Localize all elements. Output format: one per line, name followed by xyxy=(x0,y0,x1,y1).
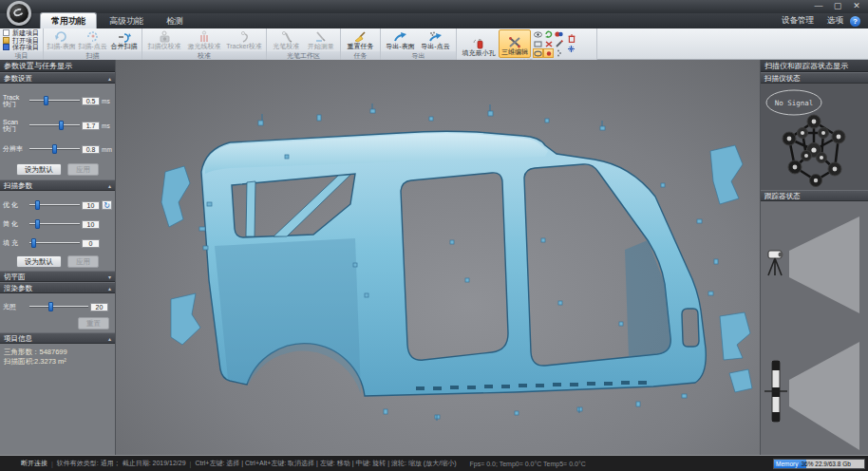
new-project-icon xyxy=(3,29,9,36)
section-header-param-settings[interactable]: 参数设置 ▴ xyxy=(0,72,115,84)
pencil-icon[interactable] xyxy=(554,39,564,48)
collapse-arrow-icon: ▴ xyxy=(108,73,111,85)
simplify-row: 简 化 10 xyxy=(0,215,115,234)
tab-inspection[interactable]: 检测 xyxy=(156,13,194,28)
export-pointcloud-button[interactable]: 导出-点云 xyxy=(418,29,453,51)
ribbon: 新建项目 打开项目 保存项目 项目 扫描-表面 xyxy=(0,28,868,60)
more-options-icon[interactable] xyxy=(554,48,564,58)
collapse-arrow-icon: ▴ xyxy=(108,333,111,345)
reset-task-button[interactable]: 重置任务 xyxy=(343,29,378,51)
maximize-button[interactable]: ▢ xyxy=(828,0,847,12)
edit-3d-label: 三维编辑 xyxy=(501,48,528,56)
track-shutter-row: Track 快门 0.5 ms xyxy=(0,88,115,113)
fill-hole-button[interactable]: 填充最小孔 xyxy=(459,29,499,58)
optimize-value[interactable]: 10 xyxy=(82,201,100,210)
logo-swirl-icon xyxy=(12,7,25,17)
save-project-button[interactable]: 保存项目 xyxy=(3,44,40,50)
scan-apply-button[interactable]: 应用 xyxy=(67,255,99,268)
app-logo-icon[interactable] xyxy=(7,1,31,26)
optimize-slider[interactable] xyxy=(29,200,80,210)
ellipse-select-icon[interactable] xyxy=(533,48,543,58)
pen-calibration-button[interactable]: 光笔校准 xyxy=(269,29,304,51)
tracker-fov-2 xyxy=(789,342,859,450)
fill-hole-icon xyxy=(473,36,485,49)
visibility-icon[interactable] xyxy=(533,29,543,39)
fill-value[interactable]: 0 xyxy=(82,239,100,248)
connection-status[interactable]: 断开连接 xyxy=(21,459,47,468)
3d-viewport[interactable] xyxy=(116,60,760,455)
scanner-calibration-button[interactable]: 扫描仪校准 xyxy=(144,29,184,51)
resolution-value[interactable]: 0.8 xyxy=(82,145,100,154)
help-icon[interactable]: ? xyxy=(850,16,860,27)
scan-set-default-button[interactable]: 设为默认 xyxy=(16,255,62,268)
new-project-button[interactable]: 新建项目 xyxy=(3,29,40,36)
section-header-scan-params[interactable]: 扫描参数 ▴ xyxy=(0,179,115,191)
export-surface-label: 导出-表面 xyxy=(386,43,414,50)
close-button[interactable]: ✕ xyxy=(847,0,866,12)
lighting-slider[interactable] xyxy=(29,302,88,311)
group-label-export: 导出 xyxy=(381,51,456,60)
device-management-menu[interactable]: 设备管理 xyxy=(775,15,821,28)
track-shutter-value[interactable]: 0.5 xyxy=(82,97,100,105)
point-select-icon[interactable] xyxy=(543,48,554,58)
scan-shutter-value[interactable]: 1.7 xyxy=(82,122,100,130)
scanner-calibration-icon xyxy=(158,29,172,43)
rect-select-icon[interactable] xyxy=(533,39,543,48)
options-menu[interactable]: 选项 xyxy=(821,15,850,28)
pen-calibration-icon xyxy=(280,29,292,43)
no-signal-text: No Signal xyxy=(775,99,814,107)
apply-button[interactable]: 应用 xyxy=(67,163,99,176)
laser-calibration-icon xyxy=(198,29,211,43)
memory-usage-bar: Memory36% 22.9/63.8 Gb xyxy=(773,459,865,469)
simplify-slider[interactable] xyxy=(29,219,80,229)
ribbon-group-export: 导出-表面 导出-点云 导出 xyxy=(381,28,457,60)
record-icon[interactable] xyxy=(554,29,564,39)
section-header-tracker-status[interactable]: 跟踪器状态 xyxy=(761,190,868,201)
scan-surface-button[interactable]: 扫描-表面 xyxy=(46,29,77,51)
laser-calibration-button[interactable]: 激光线校准 xyxy=(184,29,224,51)
triangle-count-value: 5487699 xyxy=(40,348,67,357)
start-measure-button[interactable]: 开始测量 xyxy=(304,29,339,51)
delete-x-icon[interactable] xyxy=(543,39,554,48)
trash-icon[interactable] xyxy=(567,34,576,43)
scan-shutter-slider[interactable] xyxy=(29,121,80,130)
save-project-label: 保存项目 xyxy=(12,44,39,50)
export-surface-button[interactable]: 导出-表面 xyxy=(383,29,418,51)
track-shutter-slider[interactable] xyxy=(29,96,80,105)
lighting-value[interactable]: 20 xyxy=(90,303,108,311)
section-header-cut-plane[interactable]: 切平面 ▾ xyxy=(0,271,115,282)
title-bar: — ▢ ✕ xyxy=(0,0,868,13)
section-header-scanner-status[interactable]: 扫描仪状态 xyxy=(761,72,868,84)
left-parameter-panel: 参数设置与任务显示 参数设置 ▴ Track 快门 0.5 ms Scan 快门… xyxy=(0,60,116,455)
transform-icon[interactable] xyxy=(567,45,576,53)
tracker-calibration-label: Tracker校准 xyxy=(226,43,261,50)
lighting-label: 光照 xyxy=(3,303,28,311)
section-header-render-params[interactable]: 渲染参数 ▴ xyxy=(0,282,115,293)
tracker-camera-icon xyxy=(768,251,783,275)
section-header-project-info[interactable]: 项目信息 ▴ xyxy=(0,332,115,344)
merge-scan-label: 合并扫描 xyxy=(111,43,138,50)
minimize-button[interactable]: — xyxy=(809,0,828,12)
scan-pointcloud-button[interactable]: 扫描-点云 xyxy=(77,29,108,51)
triangle-count-row: 三角形数： 5487699 xyxy=(4,348,111,357)
edit-3d-button[interactable]: 三维编辑 xyxy=(499,29,531,58)
tracker-fov-1 xyxy=(789,217,859,313)
merge-scan-button[interactable]: 合并扫描 xyxy=(108,29,140,51)
ribbon-group-pen-workspace: 光笔校准 开始测量 光笔工作区 xyxy=(267,28,341,60)
set-default-button[interactable]: 设为默认 xyxy=(16,163,62,176)
tab-advanced-functions[interactable]: 高级功能 xyxy=(99,13,154,28)
tracker-calibration-button[interactable]: Tracker校准 xyxy=(224,29,264,51)
open-project-button[interactable]: 打开项目 xyxy=(3,37,40,44)
reset-task-icon xyxy=(353,29,368,43)
export-pointcloud-label: 导出-点云 xyxy=(421,43,449,50)
ribbon-group-scan: 扫描-表面 扫描-点云 合并扫描 扫描 xyxy=(44,28,142,60)
group-label-task: 任务 xyxy=(341,51,380,60)
scanner-calibration-label: 扫描仪校准 xyxy=(148,43,181,50)
resolution-slider[interactable] xyxy=(29,144,80,154)
optimize-refresh-icon[interactable]: ↻ xyxy=(102,200,112,210)
simplify-value[interactable]: 10 xyxy=(82,220,100,229)
render-reset-button[interactable]: 重置 xyxy=(78,317,109,330)
refresh-icon[interactable] xyxy=(543,29,554,39)
tab-common-functions[interactable]: 常用功能 xyxy=(40,12,97,28)
fill-slider[interactable] xyxy=(29,238,80,248)
